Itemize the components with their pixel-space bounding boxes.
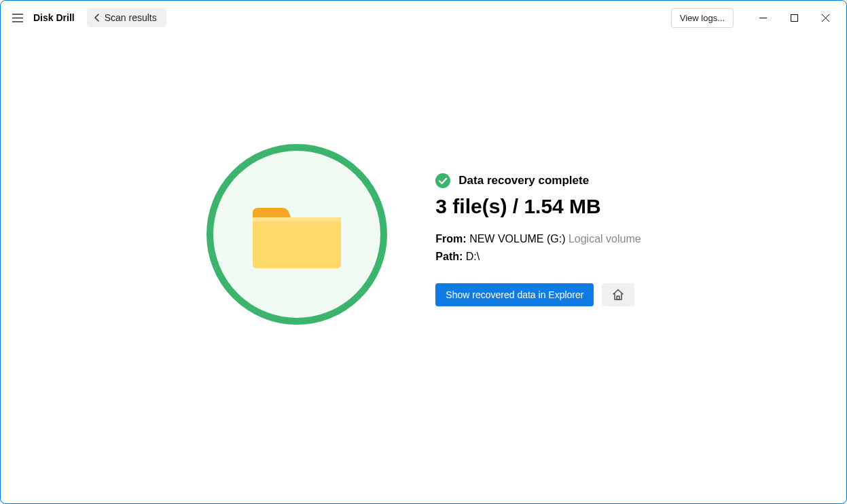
menu-button[interactable] [6,6,29,29]
svg-rect-9 [253,217,341,221]
close-icon [822,14,829,22]
app-window: Disk Drill Scan results View logs... [0,0,847,504]
path-row: Path: D:\ [435,251,641,263]
hamburger-icon [12,14,23,22]
result-summary: 3 file(s) / 1.54 MB [435,195,641,218]
chevron-left-icon [94,14,99,22]
show-in-explorer-button[interactable]: Show recovered data in Explorer [435,283,594,306]
status-line: Data recovery complete [435,173,641,188]
path-label: Path: [435,251,463,262]
from-label: From: [435,233,466,245]
from-sub: Logical volume [569,233,641,245]
view-logs-button[interactable]: View logs... [671,8,734,28]
titlebar: Disk Drill Scan results View logs... [1,1,846,35]
close-button[interactable] [810,6,841,29]
svg-rect-4 [791,14,797,21]
svg-rect-8 [253,217,341,268]
maximize-icon [791,14,798,22]
from-value: NEW VOLUME (G:) [469,233,565,245]
status-text: Data recovery complete [458,174,589,187]
minimize-icon [759,14,767,22]
action-row: Show recovered data in Explorer [435,283,641,306]
maximize-button[interactable] [778,6,810,29]
home-button[interactable] [602,283,634,306]
from-row: From: NEW VOLUME (G:) Logical volume [435,233,641,245]
window-controls [747,6,841,29]
svg-point-10 [435,173,450,188]
svg-rect-11 [617,296,620,300]
app-title: Disk Drill [33,12,75,23]
back-button[interactable]: Scan results [87,8,166,27]
minimize-button[interactable] [747,6,778,29]
back-button-label: Scan results [105,12,157,23]
main-content: Data recovery complete 3 file(s) / 1.54 … [1,35,846,503]
folder-circle-icon [206,143,388,325]
path-value: D:\ [466,251,480,262]
check-circle-icon [435,173,450,188]
folder-graphic [206,143,388,325]
home-icon [611,288,625,302]
result-panel: Data recovery complete 3 file(s) / 1.54 … [435,143,641,306]
